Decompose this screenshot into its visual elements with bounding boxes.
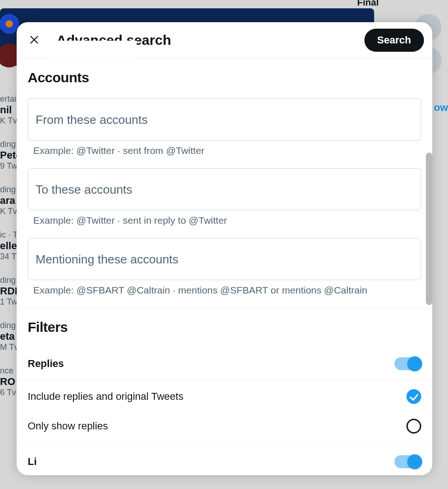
filter-links-label: Li: [28, 456, 37, 468]
scrollbar-thumb[interactable]: [426, 153, 432, 305]
modal-header: Advanced search Search: [17, 22, 432, 58]
section-filters: Filters: [17, 308, 432, 350]
scrollbar-track[interactable]: [425, 153, 433, 310]
field-mentioning-accounts: Example: @SFBART @Caltrain · mentions @S…: [28, 238, 421, 296]
close-button[interactable]: [25, 31, 43, 49]
divider: [17, 379, 432, 380]
section-accounts: Accounts Example: @Twitter · sent from @…: [17, 59, 432, 308]
field-help: Example: @Twitter · sent from @Twitter: [28, 141, 421, 156]
divider: [17, 446, 432, 446]
field-from-accounts: Example: @Twitter · sent from @Twitter: [28, 98, 421, 156]
filter-replies-label: Replies: [28, 358, 64, 370]
section-heading-accounts: Accounts: [28, 70, 421, 86]
radio-only-replies[interactable]: [406, 419, 421, 434]
option-label: Include replies and original Tweets: [28, 391, 183, 403]
links-toggle[interactable]: [394, 455, 421, 468]
filter-links-row-peek: Li: [17, 448, 432, 468]
section-heading-filters: Filters: [28, 319, 421, 335]
option-label: Only show replies: [28, 420, 108, 432]
modal-body[interactable]: Accounts Example: @Twitter · sent from @…: [17, 58, 432, 475]
radio-include-replies[interactable]: [406, 389, 421, 404]
from-accounts-input[interactable]: [28, 98, 421, 141]
close-icon: [29, 35, 39, 46]
toggle-knob-icon: [407, 356, 422, 371]
advanced-search-modal: Advanced search Search Accounts Example:…: [17, 22, 432, 475]
field-help: Example: @Twitter · sent in reply to @Tw…: [28, 210, 421, 226]
filter-replies-row: Replies: [17, 350, 432, 378]
search-button[interactable]: Search: [364, 29, 424, 52]
toggle-knob-icon: [407, 454, 422, 469]
header-fade: [44, 41, 137, 60]
filter-option-only-replies[interactable]: Only show replies: [17, 411, 432, 441]
to-accounts-input[interactable]: [28, 168, 421, 210]
mentioning-accounts-input[interactable]: [28, 238, 421, 280]
filter-option-include-replies[interactable]: Include replies and original Tweets: [17, 382, 432, 411]
field-to-accounts: Example: @Twitter · sent in reply to @Tw…: [28, 168, 421, 226]
field-help: Example: @SFBART @Caltrain · mentions @S…: [28, 280, 421, 296]
replies-toggle[interactable]: [394, 357, 421, 370]
